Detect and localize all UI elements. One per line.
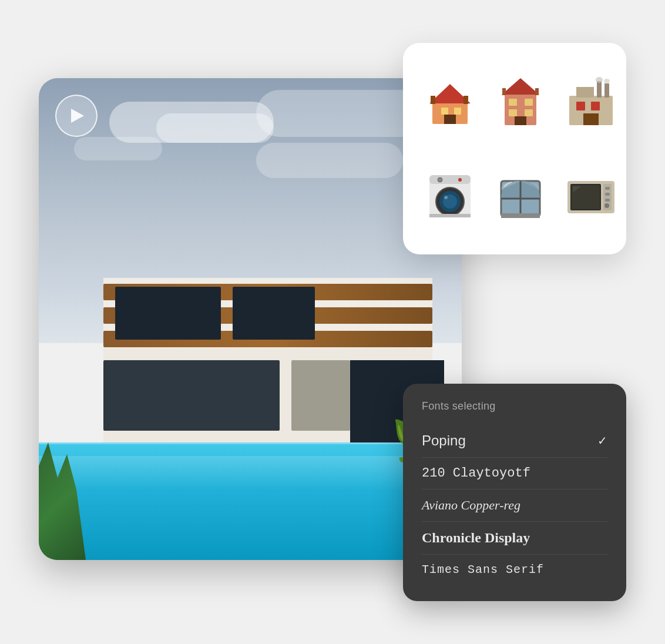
font-name-chronicle: Chronicle Display xyxy=(422,530,530,546)
svg-rect-2 xyxy=(441,108,448,115)
font-name-poping: Poping xyxy=(422,432,466,449)
svg-point-43 xyxy=(604,203,609,208)
svg-rect-26 xyxy=(429,175,471,184)
fonts-panel: Fonts selecting Poping ✓ 210 Claytoyotf … xyxy=(403,384,626,601)
svg-point-31 xyxy=(438,177,442,182)
font-item-poping[interactable]: Poping ✓ xyxy=(422,424,607,458)
font-item-chronicle[interactable]: Chronicle Display xyxy=(422,522,607,555)
svg-marker-8 xyxy=(502,78,539,95)
svg-rect-13 xyxy=(515,116,526,125)
svg-rect-6 xyxy=(464,96,468,104)
svg-rect-17 xyxy=(576,87,594,98)
window-icon xyxy=(491,166,550,225)
svg-rect-24 xyxy=(583,113,599,125)
washer-icon xyxy=(421,166,479,225)
svg-rect-19 xyxy=(604,83,609,98)
play-icon xyxy=(71,109,84,123)
house-structure xyxy=(68,243,444,442)
svg-rect-22 xyxy=(576,102,585,110)
svg-point-30 xyxy=(444,196,448,199)
svg-rect-12 xyxy=(525,109,533,116)
svg-rect-14 xyxy=(502,88,506,95)
lower-floor xyxy=(103,348,432,442)
fonts-panel-title: Fonts selecting xyxy=(422,400,607,412)
svg-rect-18 xyxy=(597,81,602,98)
play-button[interactable] xyxy=(55,95,98,137)
window-upper-left xyxy=(115,287,221,340)
photo-card: 🌿 xyxy=(39,78,462,560)
microwave-icon xyxy=(562,166,620,225)
window-upper-mid xyxy=(233,287,315,340)
svg-rect-9 xyxy=(509,99,517,106)
font-name-aviano: Aviano Copper-reg xyxy=(422,498,520,513)
house-icon-1 xyxy=(421,72,479,131)
svg-point-21 xyxy=(604,79,610,83)
font-item-times[interactable]: Times Sans Serif xyxy=(422,555,607,585)
svg-rect-4 xyxy=(444,115,456,124)
font-name-times: Times Sans Serif xyxy=(422,563,544,576)
font-item-clay[interactable]: 210 Claytoyotf xyxy=(422,458,607,489)
main-scene: 🌿 xyxy=(39,43,626,601)
building-main xyxy=(103,278,432,442)
svg-point-20 xyxy=(596,77,603,83)
clouds xyxy=(39,78,462,224)
svg-point-32 xyxy=(458,178,462,182)
upper-floor xyxy=(103,278,432,354)
svg-rect-35 xyxy=(501,213,540,218)
svg-rect-10 xyxy=(525,99,533,106)
svg-rect-3 xyxy=(454,108,461,115)
house-icon-2 xyxy=(491,72,550,131)
svg-rect-11 xyxy=(509,109,517,116)
font-checkmark-poping: ✓ xyxy=(597,434,607,448)
svg-rect-5 xyxy=(431,96,435,104)
svg-rect-40 xyxy=(605,187,610,190)
font-name-clay: 210 Claytoyotf xyxy=(422,466,530,481)
window-lower-left xyxy=(103,360,280,431)
svg-rect-33 xyxy=(429,214,471,217)
cloud-5 xyxy=(256,143,403,178)
svg-rect-41 xyxy=(605,193,610,196)
cloud-4 xyxy=(74,137,162,160)
house-icon-3 xyxy=(562,72,620,131)
window-lower-mid xyxy=(291,360,350,431)
svg-rect-42 xyxy=(605,199,610,202)
font-item-aviano[interactable]: Aviano Copper-reg xyxy=(422,489,607,522)
icons-card xyxy=(403,43,626,254)
svg-rect-23 xyxy=(591,102,600,110)
svg-rect-15 xyxy=(535,88,539,95)
